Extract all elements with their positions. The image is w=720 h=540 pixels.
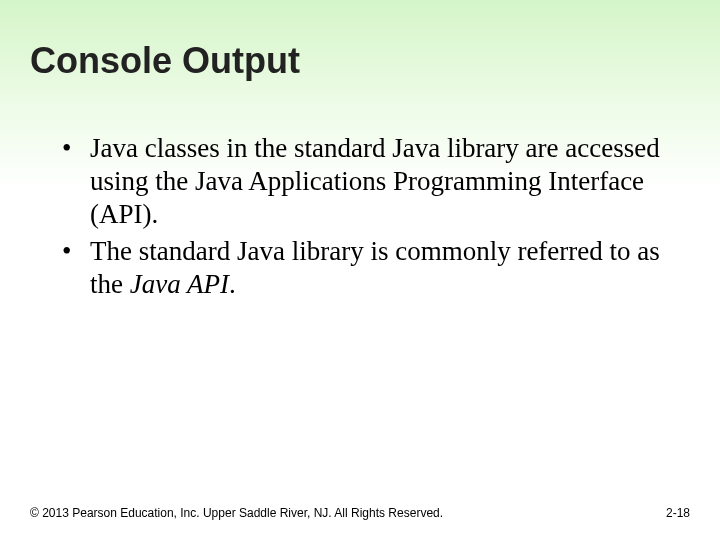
bullet-list: Java classes in the standard Java librar…: [62, 132, 690, 301]
bullet-text: Java classes in the standard Java librar…: [90, 133, 660, 229]
content-area: Java classes in the standard Java librar…: [30, 132, 690, 301]
page-number: 2-18: [666, 506, 690, 520]
bullet-suffix: .: [229, 269, 236, 299]
footer: © 2013 Pearson Education, Inc. Upper Sad…: [30, 506, 690, 520]
bullet-italic: Java API: [130, 269, 229, 299]
bullet-item: The standard Java library is commonly re…: [62, 235, 690, 301]
copyright-text: © 2013 Pearson Education, Inc. Upper Sad…: [30, 506, 443, 520]
slide-title: Console Output: [30, 40, 690, 82]
slide: Console Output Java classes in the stand…: [0, 0, 720, 540]
bullet-item: Java classes in the standard Java librar…: [62, 132, 690, 231]
